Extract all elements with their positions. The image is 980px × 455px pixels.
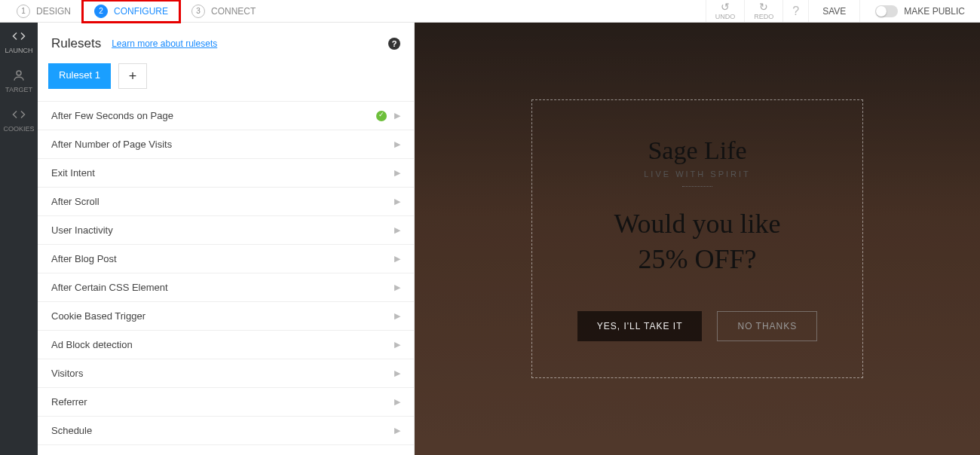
sidebar-item-label: LAUNCH <box>5 47 32 54</box>
rule-row[interactable]: User Inactivity▶ <box>38 216 414 245</box>
rule-label: After Few Seconds on Page <box>51 110 173 121</box>
rule-label: After Scroll <box>51 196 100 207</box>
left-sidebar: LAUNCH TARGET COOKIES <box>0 23 38 455</box>
top-bar: 1 DESIGN 2 CONFIGURE 3 CONNECT ↺ UNDO ↻ … <box>0 0 980 23</box>
rule-label: After Number of Page Visits <box>51 139 172 150</box>
rule-row[interactable]: Referrer▶ <box>38 388 414 417</box>
panel-title: Rulesets <box>51 36 101 51</box>
save-button[interactable]: SAVE <box>808 0 859 22</box>
code-icon <box>12 30 26 44</box>
rule-label: Schedule <box>51 425 92 436</box>
rule-row[interactable]: After Scroll▶ <box>38 188 414 216</box>
brand-logo: Sage Life <box>577 136 818 165</box>
chevron-right-icon: ▶ <box>394 282 400 292</box>
chevron-right-icon: ▶ <box>394 397 400 407</box>
chevron-right-icon: ▶ <box>394 197 400 206</box>
rule-row[interactable]: Exit Intent▶ <box>38 159 414 188</box>
undo-label: UNDO <box>715 13 736 20</box>
rule-label: Referrer <box>51 396 87 408</box>
rule-row[interactable]: On Click▶ <box>38 445 414 455</box>
undo-icon: ↺ <box>721 2 730 12</box>
headline-line-2: 25% OFF? <box>638 244 756 274</box>
chevron-right-icon: ▶ <box>394 254 400 264</box>
check-icon <box>376 111 387 121</box>
sidebar-item-label: TARGET <box>5 86 32 93</box>
rule-row[interactable]: Ad Block detection▶ <box>38 331 414 359</box>
rule-row[interactable]: Cookie Based Trigger▶ <box>38 302 414 331</box>
chevron-right-icon: ▶ <box>394 111 400 121</box>
chevron-right-icon: ▶ <box>394 225 400 235</box>
divider <box>682 186 712 187</box>
rules-list: After Few Seconds on Page▶After Number o… <box>38 102 414 455</box>
rule-row[interactable]: After Blog Post▶ <box>38 245 414 273</box>
rule-row[interactable]: After Few Seconds on Page▶ <box>38 102 414 130</box>
popup-buttons: YES, I'LL TAKE IT NO THANKS <box>577 311 818 341</box>
chevron-right-icon: ▶ <box>394 311 400 321</box>
step-number: 1 <box>17 5 30 18</box>
rule-label: Exit Intent <box>51 167 95 179</box>
step-number: 3 <box>191 5 205 18</box>
save-label: SAVE <box>822 6 846 17</box>
help-icon: ? <box>792 5 799 18</box>
rule-label: After Certain CSS Element <box>51 282 168 293</box>
step-label: CONFIGURE <box>114 6 168 17</box>
config-panel: Rulesets Learn more about rulesets ? Rul… <box>38 23 415 455</box>
rule-row[interactable]: Visitors▶ <box>38 359 414 388</box>
sidebar-item-launch[interactable]: LAUNCH <box>0 23 38 62</box>
make-public-toggle[interactable]: MAKE PUBLIC <box>859 0 980 22</box>
step-label: CONNECT <box>211 6 256 17</box>
chevron-right-icon: ▶ <box>394 340 400 350</box>
step-number: 2 <box>94 5 108 18</box>
rule-row[interactable]: Schedule▶ <box>38 417 414 445</box>
popup-headline: Would you like 25% OFF? <box>577 206 818 277</box>
redo-label: REDO <box>754 13 773 20</box>
sidebar-item-target[interactable]: TARGET <box>0 62 38 101</box>
no-button[interactable]: NO THANKS <box>717 311 817 341</box>
brand-tagline: LIVE WITH SPIRIT <box>577 169 818 179</box>
plus-icon: + <box>129 69 137 84</box>
rule-row[interactable]: After Certain CSS Element▶ <box>38 273 414 302</box>
chevron-right-icon: ▶ <box>394 139 400 149</box>
headline-line-1: Would you like <box>614 209 780 239</box>
main-area: LAUNCH TARGET COOKIES Rulesets Learn mor… <box>0 23 980 455</box>
undo-button[interactable]: ↺ UNDO <box>706 0 745 22</box>
add-ruleset-button[interactable]: + <box>118 63 147 89</box>
sidebar-item-label: COOKIES <box>3 125 34 133</box>
code-icon <box>12 108 26 122</box>
redo-button[interactable]: ↻ REDO <box>744 0 782 22</box>
panel-header: Rulesets Learn more about rulesets ? <box>38 23 414 57</box>
preview-pane: Sage Life LIVE WITH SPIRIT Would you lik… <box>415 23 980 455</box>
wizard-steps: 1 DESIGN 2 CONFIGURE 3 CONNECT <box>0 0 266 23</box>
sidebar-item-cookies[interactable]: COOKIES <box>0 101 38 140</box>
redo-icon: ↻ <box>759 2 768 12</box>
rule-label: Cookie Based Trigger <box>51 310 145 322</box>
popup-preview: Sage Life LIVE WITH SPIRIT Would you lik… <box>531 99 864 379</box>
rule-label: Visitors <box>51 368 83 379</box>
make-public-label: MAKE PUBLIC <box>904 6 965 17</box>
help-button[interactable]: ? <box>782 0 808 22</box>
step-design[interactable]: 1 DESIGN <box>6 2 81 21</box>
toggle-switch-icon <box>875 5 898 17</box>
chevron-right-icon: ▶ <box>394 168 400 178</box>
top-right-toolbar: ↺ UNDO ↻ REDO ? SAVE MAKE PUBLIC <box>706 0 980 22</box>
yes-button[interactable]: YES, I'LL TAKE IT <box>577 311 703 341</box>
chevron-right-icon: ▶ <box>394 426 400 435</box>
step-label: DESIGN <box>36 6 71 17</box>
rule-label: Ad Block detection <box>51 339 133 350</box>
ruleset-tab-1[interactable]: Ruleset 1 <box>48 63 111 89</box>
user-icon <box>12 69 26 83</box>
step-connect[interactable]: 3 CONNECT <box>181 2 266 21</box>
svg-point-0 <box>17 71 21 75</box>
rule-row[interactable]: After Number of Page Visits▶ <box>38 130 414 159</box>
chevron-right-icon: ▶ <box>394 368 400 378</box>
rule-label: After Blog Post <box>51 253 117 264</box>
learn-more-link[interactable]: Learn more about rulesets <box>112 38 217 49</box>
step-configure[interactable]: 2 CONFIGURE <box>81 0 181 23</box>
panel-help-icon[interactable]: ? <box>388 38 400 50</box>
ruleset-tabs: Ruleset 1 + <box>38 57 414 102</box>
rule-label: User Inactivity <box>51 224 113 236</box>
